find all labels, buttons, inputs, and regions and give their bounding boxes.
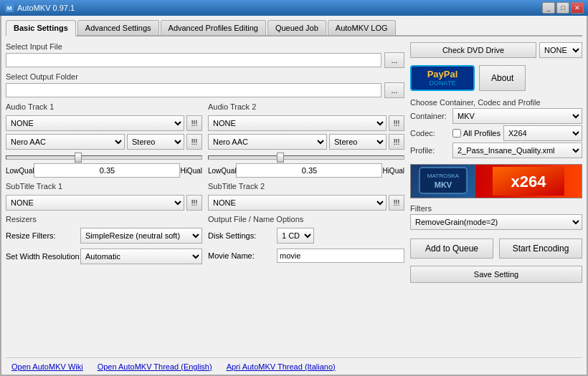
input-file-section: Select Input File ... [6,42,404,68]
add-to-queue-button[interactable]: Add to Queue [410,238,493,259]
subtitle-track2-section: SubTitle Track 2 NONE !!! [208,182,404,211]
audio-track1-codec-select[interactable]: Nero AAC [6,134,125,150]
main-window: Basic Settings Advanced Settings Advance… [0,16,588,376]
svg-text:x264: x264 [511,173,547,191]
choose-codec-label: Choose Container, Codec and Profile [410,98,582,107]
thread-italiano-link[interactable]: Apri AutoMKV Thread (Italiano) [227,362,336,371]
wiki-link[interactable]: Open AutoMKV Wiki [11,362,83,371]
output-options-label: Output File / Name Options [208,215,404,223]
left-panel: Select Input File ... Select Output Fold… [6,42,404,357]
audio-track2-bang-button[interactable]: !!! [389,115,404,131]
codec-section: Choose Container, Codec and Profile Cont… [410,98,582,160]
audio-track2-section: Audio Track 2 NONE !!! Nero AAC Stereo [208,102,404,178]
audio-track2-hiqual-label: HiQual [382,167,404,175]
subtitle-track2-select[interactable]: NONE [208,195,387,211]
svg-text:MATROSKA: MATROSKA [427,173,459,179]
check-dvd-button[interactable]: Check DVD Drive [410,42,536,58]
audio-track1-channels-select[interactable]: Stereo [127,134,184,150]
subtitle-tracks-section: SubTitle Track 1 NONE !!! SubTitle Track… [6,182,404,211]
audio-track2-select[interactable]: NONE [208,115,387,131]
output-folder-label: Select Output Folder [6,72,404,81]
resizers-label: Resizers [6,215,202,223]
tab-basic-settings[interactable]: Basic Settings [6,20,76,37]
output-folder-browse-button[interactable]: ... [384,82,404,98]
audio-tracks-section: Audio Track 1 NONE !!! Nero AAC Stereo [6,102,404,178]
audio-track2-quality-slider[interactable] [208,155,404,160]
save-setting-button[interactable]: Save Setting [410,266,582,283]
audio-track1-hiqual-label: HiQual [180,167,202,175]
input-file-label: Select Input File [6,42,404,51]
tab-automkv-log[interactable]: AutoMKV LOG [328,20,396,35]
container-label: Container: [410,112,450,120]
window-title: AutoMKV 0.97.1 [17,4,75,12]
title-bar: M AutoMKV 0.97.1 _ □ ✕ [0,0,588,16]
svg-text:M: M [7,5,12,11]
width-resolution-label: Set Width Resolution: [6,252,77,261]
tab-bar: Basic Settings Advanced Settings Advance… [6,20,582,37]
paypal-donate-button[interactable]: PayPal DONATE [410,65,475,91]
codec-label: Codec: [410,129,450,138]
thread-english-link[interactable]: Open AutoMKV Thread (English) [98,362,212,371]
about-button[interactable]: About [479,65,526,91]
subtitle-track2-label: SubTitle Track 2 [208,182,404,191]
audio-track1-qual-value[interactable] [34,163,180,178]
subtitle-track2-bang-button[interactable]: !!! [389,195,404,211]
subtitle-track1-bang-button[interactable]: !!! [186,195,202,211]
input-file-browse-button[interactable]: ... [384,52,404,68]
audio-track1-codec-bang-button[interactable]: !!! [186,134,202,150]
all-profiles-checkbox[interactable] [452,129,461,138]
dvd-check-row: Check DVD Drive NONE [410,42,582,58]
mkv-logo-text: MATROSKA MKV [418,166,468,196]
input-file-field[interactable] [6,53,381,67]
subtitle-track1-label: SubTitle Track 1 [6,182,202,191]
filters-section: Filters RemoveGrain(mode=2) [410,204,582,230]
resize-filter-select[interactable]: SimpleResize (neutral soft) [80,228,202,244]
bottom-links: Open AutoMKV Wiki Open AutoMKV Thread (E… [6,357,582,375]
paypal-donate-label: DONATE [430,79,456,87]
dvd-none-select[interactable]: NONE [539,42,582,58]
resize-filters-label: Resize Filters: [6,231,77,240]
width-resolution-select[interactable]: Automatic [80,249,202,264]
audio-track1-lowqual-label: LowQual [6,167,34,175]
x264-logo: x264 [475,164,582,198]
paypal-area: PayPal DONATE About [410,65,582,91]
audio-track2-codec-bang-button[interactable]: !!! [389,134,404,150]
codec-select[interactable]: X264 [503,125,582,141]
profile-label: Profile: [410,146,450,155]
start-encoding-button[interactable]: Start Encoding [499,238,582,259]
all-profiles-checkbox-label: All Profiles [452,129,501,138]
audio-track1-select[interactable]: NONE [6,115,184,131]
audio-track2-channels-select[interactable]: Stereo [329,134,387,150]
close-button[interactable]: ✕ [571,2,584,14]
audio-track1-bang-button[interactable]: !!! [186,115,202,131]
subtitle-track1-section: SubTitle Track 1 NONE !!! [6,182,202,211]
subtitle-track1-select[interactable]: NONE [6,195,184,211]
output-folder-field[interactable] [6,83,381,97]
container-select[interactable]: MKV [452,108,582,124]
paypal-text: PayPal [427,69,458,80]
audio-track1-section: Audio Track 1 NONE !!! Nero AAC Stereo [6,102,202,178]
profile-select[interactable]: 2_Pass_Insane_Quality.xml [452,143,582,158]
app-icon: M [4,3,14,13]
audio-track1-label: Audio Track 1 [6,102,202,111]
mkv-logo: MATROSKA MKV [411,164,475,198]
disk-settings-label: Disk Settings: [208,231,272,240]
output-options-section: Output File / Name Options Disk Settings… [208,215,404,266]
audio-track2-codec-select[interactable]: Nero AAC [208,134,327,150]
audio-track2-label: Audio Track 2 [208,102,404,111]
audio-track2-qual-value[interactable] [236,163,382,178]
tab-profiles-editing[interactable]: Advanced Profiles Editing [161,20,266,35]
all-profiles-label: All Profiles [463,129,501,138]
disk-settings-select[interactable]: 1 CD [277,228,314,244]
minimize-button[interactable]: _ [542,2,555,14]
tab-advanced-settings[interactable]: Advanced Settings [77,20,159,35]
right-panel: Check DVD Drive NONE PayPal DONATE About… [410,42,582,357]
codec-logo-banner: MATROSKA MKV x264 [410,164,582,198]
maximize-button[interactable]: □ [556,2,569,14]
filter-select[interactable]: RemoveGrain(mode=2) [410,214,582,230]
movie-name-label: Movie Name: [208,251,272,260]
audio-track1-quality-slider[interactable] [6,155,202,160]
tab-queued-job[interactable]: Queued Job [267,20,326,35]
movie-name-field[interactable] [277,249,404,263]
filters-label: Filters [410,204,582,213]
